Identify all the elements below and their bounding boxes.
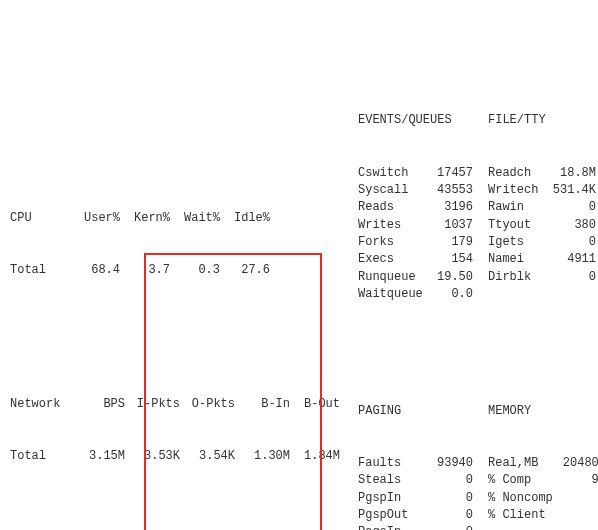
event-name: Reads [358, 199, 428, 216]
net-h5: B-Out [290, 396, 340, 413]
paging-name: PgspOut [358, 507, 428, 524]
net-ipkt: 3.53K [125, 448, 180, 465]
paging-header: PAGING [358, 403, 468, 420]
paging-val: 0 [428, 490, 473, 507]
cpu-h3: Wait% [170, 210, 220, 227]
file-name: Rawin [488, 199, 546, 216]
net-bin: 1.30M [235, 448, 290, 465]
net-h2: I-Pkts [125, 396, 180, 413]
file-header: FILE/TTY [488, 112, 588, 129]
net-total-label: Total [10, 448, 70, 465]
net-header-row: NetworkBPSI-PktsO-PktsB-InB-Out [10, 396, 340, 413]
cpu-kern: 3.7 [120, 262, 170, 279]
net-opkt: 3.54K [180, 448, 235, 465]
file-val: 4911 [546, 251, 596, 268]
mem-val: 6 [556, 490, 598, 507]
mem-name: % Comp [488, 472, 556, 489]
events-file-row: Cswitch17457Readch18.8M [358, 165, 598, 182]
paging-val: 0 [428, 472, 473, 489]
paging-mem-row: Steals0% Comp90 [358, 472, 598, 489]
paging-mem-header-row: PAGINGMEMORY [358, 403, 598, 420]
file-name: Igets [488, 234, 546, 251]
paging-mem-row: PageIn0 [358, 524, 598, 530]
file-val: 380 [546, 217, 596, 234]
event-name: Writes [358, 217, 428, 234]
events-file-row: Forks179Igets0 [358, 234, 598, 251]
paging-mem-row: PgspOut0% Client6 [358, 507, 598, 524]
events-header: EVENTS/QUEUES [358, 112, 468, 129]
file-val: 0 [546, 234, 596, 251]
event-name: Syscall [358, 182, 428, 199]
event-val: 43553 [428, 182, 473, 199]
event-val: 17457 [428, 165, 473, 182]
net-bps: 3.15M [70, 448, 125, 465]
file-val: 531.4K [546, 182, 596, 199]
cpu-wait: 0.3 [170, 262, 220, 279]
event-name: Cswitch [358, 165, 428, 182]
event-name: Forks [358, 234, 428, 251]
net-h3: O-Pkts [180, 396, 235, 413]
mem-val: 6 [556, 507, 598, 524]
mem-val: 90 [556, 472, 598, 489]
net-h4: B-In [235, 396, 290, 413]
cpu-user: 68.4 [70, 262, 120, 279]
paging-val: 0 [428, 507, 473, 524]
event-val: 19.50 [428, 269, 473, 286]
events-file-row: Execs154Namei4911 [358, 251, 598, 268]
file-val [546, 286, 596, 303]
redacted-header [10, 112, 340, 140]
events-file-row: Reads3196Rawin0 [358, 199, 598, 216]
paging-name: Steals [358, 472, 428, 489]
event-name: Waitqueue [358, 286, 428, 303]
mem-val: 204800 [556, 455, 598, 472]
file-name: Readch [488, 165, 546, 182]
event-val: 179 [428, 234, 473, 251]
event-val: 1037 [428, 217, 473, 234]
event-val: 154 [428, 251, 473, 268]
mem-name: % Client [488, 507, 556, 524]
mem-name: % Noncomp [488, 490, 556, 507]
file-val: 18.8M [546, 165, 596, 182]
memory-header: MEMORY [488, 403, 588, 420]
file-val: 0 [546, 269, 596, 286]
net-bout: 1.84M [290, 448, 340, 465]
paging-val: 93940 [428, 455, 473, 472]
cpu-h4: Idle% [220, 210, 270, 227]
event-val: 0.0 [428, 286, 473, 303]
cpu-total-row: Total68.43.70.327.6 [10, 262, 340, 279]
net-h1: BPS [70, 396, 125, 413]
event-name: Runqueue [358, 269, 428, 286]
mem-name: Real,MB [488, 455, 556, 472]
paging-val: 0 [428, 524, 473, 530]
paging-name: PageIn [358, 524, 428, 530]
cpu-h2: Kern% [120, 210, 170, 227]
event-name: Execs [358, 251, 428, 268]
events-file-row: Runqueue19.50Dirblk0 [358, 269, 598, 286]
cpu-total-label: Total [10, 262, 70, 279]
net-total-row: Total3.15M3.53K3.54K1.30M1.84M [10, 448, 340, 465]
paging-name: PgspIn [358, 490, 428, 507]
event-val: 3196 [428, 199, 473, 216]
cpu-h1: User% [70, 210, 120, 227]
file-name: Writech [488, 182, 546, 199]
net-h0: Network [10, 396, 70, 413]
paging-mem-row: Faults93940Real,MB204800 [358, 455, 598, 472]
file-name: Namei [488, 251, 546, 268]
events-file-row: Syscall43553Writech531.4K [358, 182, 598, 199]
file-name [488, 286, 546, 303]
paging-mem-row: PgspIn0% Noncomp6 [358, 490, 598, 507]
events-file-row: Writes1037Ttyout380 [358, 217, 598, 234]
r-headers-row: EVENTS/QUEUESFILE/TTY [358, 112, 598, 129]
paging-name: Faults [358, 455, 428, 472]
file-name: Ttyout [488, 217, 546, 234]
file-name: Dirblk [488, 269, 546, 286]
cpu-idle: 27.6 [220, 262, 270, 279]
cpu-header-row: CPUUser%Kern%Wait%Idle% [10, 210, 340, 227]
events-file-row: Waitqueue0.0 [358, 286, 598, 303]
cpu-h0: CPU [10, 210, 70, 227]
file-val: 0 [546, 199, 596, 216]
